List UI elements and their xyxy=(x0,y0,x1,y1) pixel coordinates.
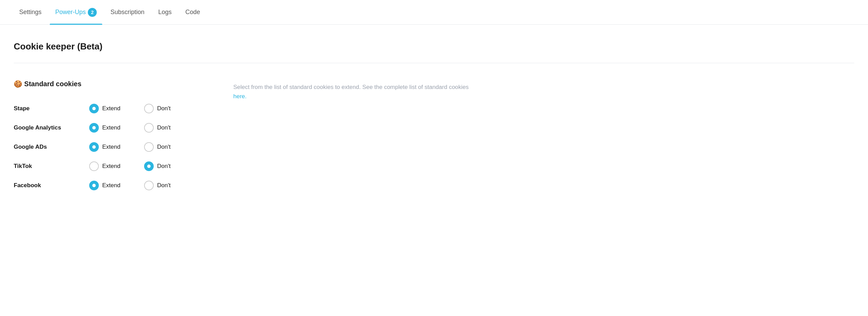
extend-radio-4[interactable] xyxy=(89,181,99,190)
cookie-rows-container: StapeExtendDon'tGoogle AnalyticsExtendDo… xyxy=(14,99,213,195)
info-link[interactable]: here. xyxy=(233,93,247,100)
extend-radio-1[interactable] xyxy=(89,123,99,133)
cookie-row-0: StapeExtendDon't xyxy=(14,99,213,118)
extend-label-2: Extend xyxy=(102,144,120,150)
cookie-name-2: Google ADs xyxy=(14,144,89,150)
dont-label-0: Don't xyxy=(157,105,171,112)
dont-label-1: Don't xyxy=(157,124,171,131)
cookie-name-1: Google Analytics xyxy=(14,124,89,131)
dont-option-0[interactable]: Don't xyxy=(144,104,199,113)
dont-radio-2[interactable] xyxy=(144,142,154,152)
tab-subscription[interactable]: Subscription xyxy=(105,0,150,25)
dont-radio-0[interactable] xyxy=(144,104,154,113)
cookie-name-4: Facebook xyxy=(14,182,89,189)
extend-radio-3[interactable] xyxy=(89,161,99,171)
extend-option-2[interactable]: Extend xyxy=(89,142,144,152)
divider xyxy=(14,63,854,63)
section-header-text: 🍪 Standard cookies xyxy=(14,80,81,88)
tab-settings[interactable]: Settings xyxy=(14,0,47,25)
cookie-row-2: Google ADsExtendDon't xyxy=(14,137,213,157)
cookies-layout: 🍪 Standard cookies StapeExtendDon'tGoogl… xyxy=(14,80,854,195)
tab-label-logs: Logs xyxy=(158,9,172,16)
dont-option-1[interactable]: Don't xyxy=(144,123,199,133)
extend-option-1[interactable]: Extend xyxy=(89,123,144,133)
tab-label-settings: Settings xyxy=(19,9,42,16)
page-title: Cookie keeper (Beta) xyxy=(14,41,854,52)
cookies-table: 🍪 Standard cookies StapeExtendDon'tGoogl… xyxy=(14,80,213,195)
tab-badge-power-ups: 2 xyxy=(88,8,97,17)
cookie-row-4: FacebookExtendDon't xyxy=(14,176,213,195)
info-description: Select from the list of standard cookies… xyxy=(233,84,469,90)
dont-option-3[interactable]: Don't xyxy=(144,161,199,171)
dont-label-3: Don't xyxy=(157,163,171,170)
extend-label-1: Extend xyxy=(102,124,120,131)
tab-code[interactable]: Code xyxy=(180,0,206,25)
main-content: Cookie keeper (Beta) 🍪 Standard cookies … xyxy=(0,25,868,212)
dont-option-4[interactable]: Don't xyxy=(144,181,199,190)
tab-power-ups[interactable]: Power-Ups2 xyxy=(50,0,102,25)
dont-radio-3[interactable] xyxy=(144,161,154,171)
extend-radio-0[interactable] xyxy=(89,104,99,113)
tab-navigation: SettingsPower-Ups2SubscriptionLogsCode xyxy=(0,0,868,25)
tab-label-code: Code xyxy=(185,9,200,16)
info-link-text: here. xyxy=(233,93,247,100)
tab-label-subscription: Subscription xyxy=(110,9,144,16)
dont-radio-4[interactable] xyxy=(144,181,154,190)
page-container: SettingsPower-Ups2SubscriptionLogsCode C… xyxy=(0,0,868,316)
extend-option-4[interactable]: Extend xyxy=(89,181,144,190)
info-panel: Select from the list of standard cookies… xyxy=(233,80,473,195)
tab-label-power-ups: Power-Ups xyxy=(55,9,86,16)
extend-label-4: Extend xyxy=(102,182,120,189)
extend-option-3[interactable]: Extend xyxy=(89,161,144,171)
dont-radio-1[interactable] xyxy=(144,123,154,133)
tab-logs[interactable]: Logs xyxy=(153,0,177,25)
dont-label-4: Don't xyxy=(157,182,171,189)
extend-radio-2[interactable] xyxy=(89,142,99,152)
extend-label-3: Extend xyxy=(102,163,120,170)
cookie-row-1: Google AnalyticsExtendDon't xyxy=(14,118,213,137)
cookie-name-0: Stape xyxy=(14,105,89,112)
info-text: Select from the list of standard cookies… xyxy=(233,82,473,101)
dont-option-2[interactable]: Don't xyxy=(144,142,199,152)
dont-label-2: Don't xyxy=(157,144,171,150)
section-header: 🍪 Standard cookies xyxy=(14,80,213,88)
extend-option-0[interactable]: Extend xyxy=(89,104,144,113)
extend-label-0: Extend xyxy=(102,105,120,112)
cookie-name-3: TikTok xyxy=(14,163,89,170)
cookie-row-3: TikTokExtendDon't xyxy=(14,157,213,176)
